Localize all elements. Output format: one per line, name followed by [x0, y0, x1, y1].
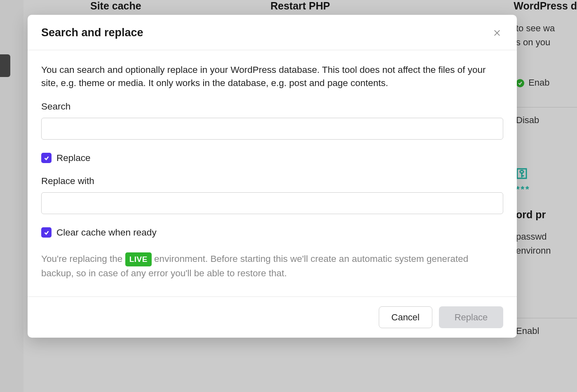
note-before: You're replacing the	[41, 254, 125, 264]
modal-header: Search and replace	[28, 15, 517, 50]
modal-body: You can search and optionally replace in…	[28, 50, 517, 296]
replace-with-label: Replace with	[41, 176, 503, 187]
replace-button[interactable]: Replace	[439, 306, 503, 328]
intro-text: You can search and optionally replace in…	[41, 63, 503, 90]
close-button[interactable]	[491, 27, 503, 39]
replace-checkbox-row: Replace	[41, 153, 503, 163]
checkmark-icon	[44, 155, 49, 161]
replace-with-input[interactable]	[41, 192, 503, 214]
search-replace-modal: Search and replace You can search and op…	[28, 15, 517, 338]
modal-footer: Cancel Replace	[28, 296, 517, 338]
replace-checkbox[interactable]	[41, 153, 52, 163]
clear-cache-checkbox[interactable]	[41, 227, 52, 238]
environment-note: You're replacing the LIVE environment. B…	[41, 252, 503, 280]
live-badge: LIVE	[125, 252, 152, 266]
search-label: Search	[41, 101, 503, 112]
search-input[interactable]	[41, 118, 503, 140]
modal-title: Search and replace	[41, 26, 143, 39]
replace-checkbox-label: Replace	[56, 153, 91, 163]
close-icon	[493, 29, 501, 37]
clear-cache-checkbox-label: Clear cache when ready	[56, 227, 157, 238]
clear-cache-checkbox-row: Clear cache when ready	[41, 227, 503, 238]
cancel-button[interactable]: Cancel	[379, 306, 432, 328]
replace-with-group: Replace with	[41, 176, 503, 214]
checkmark-icon	[44, 230, 49, 236]
